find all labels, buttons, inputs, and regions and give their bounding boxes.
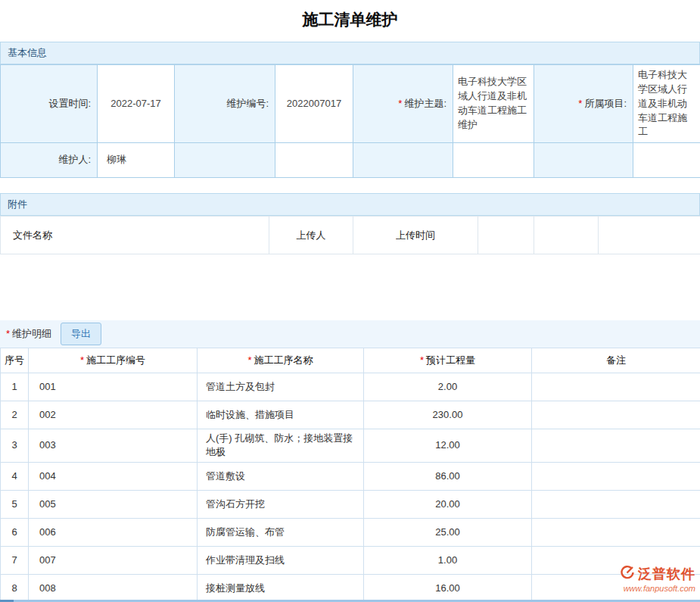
detail-toolbar: *维护明细 导出 — [0, 320, 700, 348]
required-mark: * — [578, 98, 582, 109]
detail-cell-name: 管沟石方开挖 — [198, 490, 364, 518]
attachments-table: 文件名称 上传人 上传时间 — [0, 216, 700, 254]
detail-cell-qty: 16.00 — [364, 574, 532, 602]
detail-row: 7 007 作业带清理及扫线 1.00 — [1, 546, 700, 574]
required-mark: * — [247, 354, 251, 366]
detail-table: 序号 *施工工序编号 *施工工序名称 *预计工程量 备注 1 001 管道土方及… — [0, 348, 700, 602]
empty-value-cell — [275, 143, 353, 178]
spacer — [0, 254, 700, 320]
empty-label-cell — [534, 143, 633, 178]
section-basic-info-label: 基本信息 — [8, 47, 47, 58]
detail-cell-qty: 12.00 — [364, 429, 532, 462]
maintainer-label: 维护人: — [1, 143, 98, 178]
detail-col-index: 序号 — [1, 348, 29, 373]
detail-cell-name: 临时设施、措施项目 — [198, 401, 364, 429]
detail-cell-note — [532, 518, 700, 546]
detail-cell-code: 002 — [29, 401, 198, 429]
detail-cell-code: 004 — [29, 462, 198, 490]
basic-info-table: 设置时间: 2022-07-17 维护编号: 2022007017 *维护主题:… — [0, 64, 700, 178]
subject-label-text: 维护主题: — [404, 98, 446, 109]
detail-col-qty: *预计工程量 — [364, 348, 532, 373]
detail-cell-name: 管道敷设 — [198, 462, 364, 490]
detail-cell-note — [532, 401, 700, 429]
fanpu-logo-icon — [620, 565, 635, 583]
export-button[interactable]: 导出 — [61, 323, 101, 345]
detail-col-qty-text: 预计工程量 — [426, 354, 475, 366]
set-time-value: 2022-07-17 — [98, 65, 175, 143]
attach-col-filename: 文件名称 — [1, 217, 269, 254]
detail-cell-code: 001 — [29, 373, 198, 401]
detail-row: 3 003 人(手) 孔砌筑、防水；接地装置接地极 12.00 — [1, 429, 700, 462]
detail-cell-name: 管道土方及包封 — [198, 373, 364, 401]
required-mark: * — [6, 328, 10, 339]
section-attachments-label: 附件 — [8, 198, 27, 210]
subject-value: 电子科技大学区域人行道及非机动车道工程施工维护 — [453, 65, 534, 143]
vendor-watermark: 泛普软件 www.fanpusoft.com — [620, 565, 695, 593]
detail-cell-index: 1 — [1, 373, 29, 401]
detail-cell-index: 3 — [1, 429, 29, 462]
detail-cell-qty: 1.00 — [364, 546, 532, 574]
detail-table-body: 1 001 管道土方及包封 2.00 2 002 临时设施、措施项目 230.0… — [1, 373, 700, 602]
detail-col-note: 备注 — [532, 348, 700, 373]
required-mark: * — [80, 354, 84, 366]
detail-cell-code: 007 — [29, 546, 198, 574]
maintainer-value: 柳琳 — [98, 143, 175, 178]
section-basic-info: 基本信息 — [0, 42, 700, 64]
detail-cell-name: 作业带清理及扫线 — [198, 546, 364, 574]
detail-header-row: 序号 *施工工序编号 *施工工序名称 *预计工程量 备注 — [1, 348, 700, 373]
attach-col-upload-time: 上传时间 — [353, 217, 478, 254]
attach-col-empty-3 — [599, 217, 700, 254]
detail-cell-note — [532, 490, 700, 518]
vendor-brand: 泛普软件 — [638, 565, 695, 583]
detail-col-code: *施工工序编号 — [29, 348, 198, 373]
detail-cell-name: 接桩测量放线 — [198, 574, 364, 602]
detail-cell-note — [532, 462, 700, 490]
project-label-text: 所属项目: — [584, 98, 627, 109]
detail-cell-qty: 20.00 — [364, 490, 532, 518]
attachments-header-row: 文件名称 上传人 上传时间 — [1, 217, 700, 254]
detail-cell-name: 防腐管运输、布管 — [198, 518, 364, 546]
detail-cell-name: 人(手) 孔砌筑、防水；接地装置接地极 — [198, 429, 364, 462]
detail-cell-qty: 25.00 — [364, 518, 532, 546]
detail-cell-note — [532, 373, 700, 401]
set-time-label: 设置时间: — [1, 65, 98, 143]
detail-cell-qty: 230.00 — [364, 401, 532, 429]
page-title: 施工清单维护 — [0, 0, 700, 42]
detail-section-title: *维护明细 — [6, 327, 51, 341]
attach-col-empty-2 — [534, 217, 599, 254]
detail-cell-qty: 2.00 — [364, 373, 532, 401]
project-label: *所属项目: — [534, 65, 633, 143]
spacer — [0, 178, 700, 193]
detail-row: 4 004 管道敷设 86.00 — [1, 462, 700, 490]
detail-col-name-text: 施工工序名称 — [254, 354, 313, 366]
detail-cell-code: 003 — [29, 429, 198, 462]
maint-no-label: 维护编号: — [175, 65, 275, 143]
detail-cell-code: 006 — [29, 518, 198, 546]
section-attachments: 附件 — [0, 193, 700, 216]
empty-label-cell — [175, 143, 275, 178]
detail-row: 5 005 管沟石方开挖 20.00 — [1, 490, 700, 518]
project-value: 电子科技大学区域人行道及非机动车道工程施工 — [633, 65, 700, 143]
vendor-watermark-top: 泛普软件 — [620, 565, 695, 583]
vendor-url: www.fanpusoft.com — [620, 584, 695, 593]
empty-value-cell — [633, 143, 700, 178]
detail-cell-index: 2 — [1, 401, 29, 429]
detail-cell-qty: 86.00 — [364, 462, 532, 490]
detail-cell-index: 6 — [1, 518, 29, 546]
required-mark: * — [398, 98, 402, 109]
detail-cell-code: 005 — [29, 490, 198, 518]
attach-col-uploader: 上传人 — [269, 217, 353, 254]
detail-col-code-text: 施工工序编号 — [86, 354, 145, 366]
detail-cell-index: 8 — [1, 574, 29, 602]
maint-no-value: 2022007017 — [275, 65, 353, 143]
subject-label: *维护主题: — [353, 65, 453, 143]
empty-label-cell — [353, 143, 453, 178]
detail-row: 1 001 管道土方及包封 2.00 — [1, 373, 700, 401]
detail-row: 8 008 接桩测量放线 16.00 — [1, 574, 700, 602]
detail-cell-note — [532, 429, 700, 462]
detail-row: 6 006 防腐管运输、布管 25.00 — [1, 518, 700, 546]
detail-cell-index: 5 — [1, 490, 29, 518]
detail-row: 2 002 临时设施、措施项目 230.00 — [1, 401, 700, 429]
detail-col-name: *施工工序名称 — [198, 348, 364, 373]
empty-value-cell — [453, 143, 534, 178]
